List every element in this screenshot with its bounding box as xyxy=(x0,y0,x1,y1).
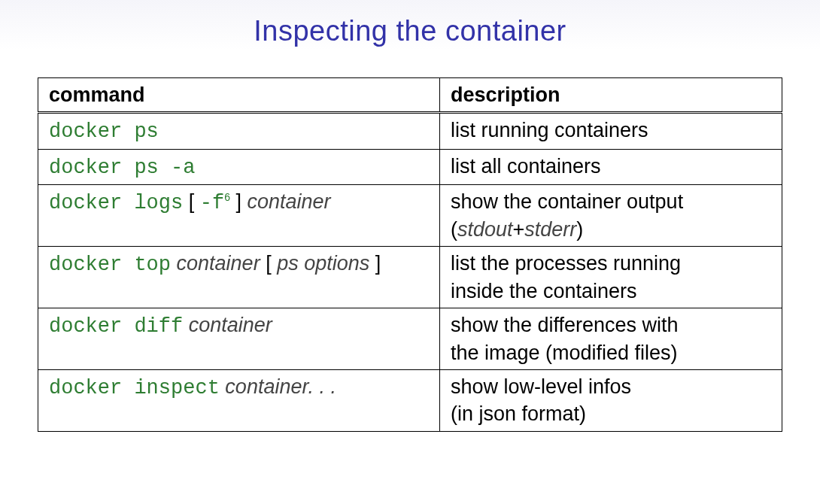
cell-command: docker ps -a xyxy=(38,149,440,184)
slide: Inspecting the container command descrip… xyxy=(0,0,820,504)
desc-open: ( xyxy=(451,218,457,241)
desc-text: (in json format) xyxy=(451,402,586,425)
code-text: docker inspect xyxy=(49,377,220,399)
space xyxy=(171,252,177,275)
commands-table: command description docker ps list runni… xyxy=(38,77,782,432)
table-row: docker inspect container. . . show low-l… xyxy=(38,369,782,431)
code-text: docker ps xyxy=(49,120,159,143)
desc-plus: + xyxy=(512,218,524,241)
arg-text: ps options xyxy=(277,252,369,275)
arg-text: container xyxy=(189,314,272,336)
desc-arg: stderr xyxy=(524,218,576,241)
header-description: description xyxy=(439,78,782,113)
desc-text: show low-level infos xyxy=(451,375,631,398)
desc-text: list the processes running xyxy=(451,252,681,275)
table-row: docker top container [ ps options ] list… xyxy=(38,247,782,308)
cell-description: show the differences with the image (mod… xyxy=(439,308,782,370)
cell-command: docker top container [ ps options ] xyxy=(38,247,440,308)
header-command: command xyxy=(38,78,440,113)
bracket-close: ] xyxy=(230,190,248,213)
desc-text: inside the containers xyxy=(451,280,637,302)
desc-arg: stdout xyxy=(457,218,513,241)
table-row: docker ps list running containers xyxy=(38,113,782,149)
bracket-open: [ xyxy=(183,190,200,213)
arg-text: container xyxy=(247,190,330,213)
arg-text: container. . . xyxy=(225,375,336,398)
cell-command: docker logs [ -f6 ] container xyxy=(38,185,440,247)
cell-command: docker diff container xyxy=(38,308,440,370)
table-header-row: command description xyxy=(38,78,782,113)
bracket-close: ] xyxy=(369,252,381,275)
code-text: docker top xyxy=(49,254,171,276)
arg-text: container xyxy=(177,252,260,275)
code-text: docker diff xyxy=(49,315,183,338)
cell-command: docker ps xyxy=(38,113,440,149)
cell-description: show the container output (stdout+stderr… xyxy=(439,185,782,247)
flag-text: -f xyxy=(200,192,224,214)
table-row: docker logs [ -f6 ] container show the c… xyxy=(38,185,782,247)
desc-text: show the container output xyxy=(451,190,683,213)
cell-description: show low-level infos (in json format) xyxy=(439,369,782,431)
footnote-sup: 6 xyxy=(224,191,230,203)
desc-text: list running containers xyxy=(451,119,648,141)
code-text: docker logs xyxy=(49,192,183,214)
desc-text: the image (modified files) xyxy=(451,342,678,364)
table-row: docker diff container show the differenc… xyxy=(38,308,782,370)
table-row: docker ps -a list all containers xyxy=(38,149,782,184)
code-text: docker ps -a xyxy=(49,156,195,179)
space xyxy=(183,314,189,336)
cell-description: list the processes running inside the co… xyxy=(439,247,782,308)
slide-title: Inspecting the container xyxy=(38,15,782,47)
desc-close: ) xyxy=(576,218,583,241)
cell-description: list all containers xyxy=(439,149,782,184)
desc-text: show the differences with xyxy=(451,314,679,336)
cell-description: list running containers xyxy=(439,113,782,149)
cell-command: docker inspect container. . . xyxy=(38,369,440,431)
bracket-open: [ xyxy=(260,252,278,275)
desc-text: list all containers xyxy=(451,155,601,178)
